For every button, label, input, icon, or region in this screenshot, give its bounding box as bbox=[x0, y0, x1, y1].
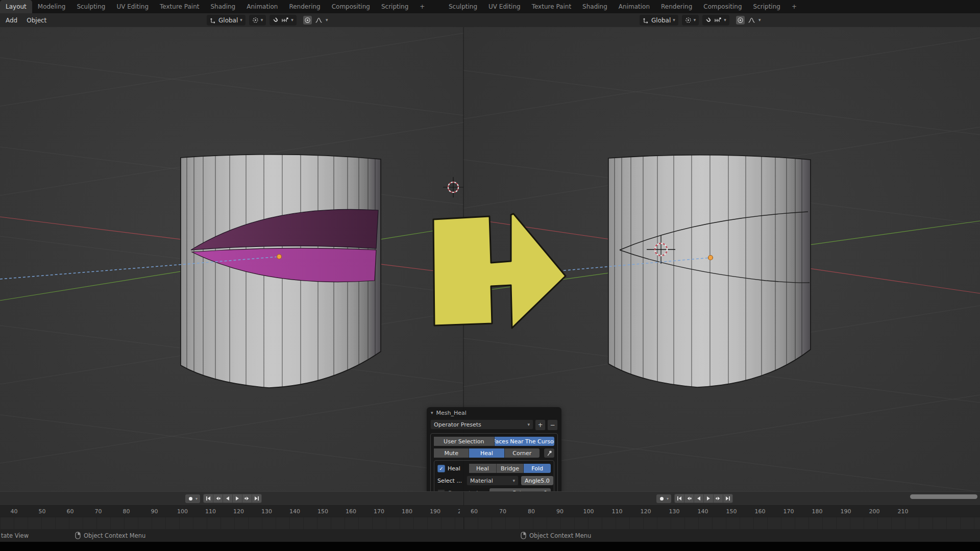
heal-method-option[interactable]: Bridge bbox=[497, 464, 524, 473]
workspace-tab[interactable]: Rendering bbox=[655, 0, 698, 13]
timeline-right[interactable]: ▾ bbox=[464, 492, 980, 530]
timeline-left[interactable]: ▾ bbox=[0, 492, 464, 530]
proportional-editing-controls[interactable]: ▾ bbox=[733, 15, 764, 26]
snap-increment-icon bbox=[714, 17, 722, 23]
frame-ruler[interactable]: 4050607080901001101201301401501601701801… bbox=[0, 506, 463, 517]
workspace-tab[interactable]: Shading bbox=[577, 0, 613, 13]
falloff-curve-icon[interactable] bbox=[747, 16, 756, 24]
remove-preset-button[interactable]: − bbox=[547, 419, 558, 431]
operator-presets-dropdown[interactable]: Operator Presets ▾ bbox=[430, 419, 533, 430]
selection-mode-option[interactable]: Faces Near The Cursor bbox=[495, 437, 555, 446]
chevron-down-icon: ▾ bbox=[326, 18, 328, 22]
frame-label: 180 bbox=[393, 508, 421, 515]
pushpin-icon bbox=[546, 450, 553, 457]
workspace-tab[interactable]: Texture Paint bbox=[154, 0, 205, 13]
proportional-editing-icon[interactable] bbox=[736, 16, 745, 24]
timeline-track[interactable] bbox=[0, 517, 463, 530]
cylinder-cut[interactable] bbox=[181, 149, 381, 389]
workspace-tab[interactable]: + bbox=[786, 0, 802, 13]
frame-label: 50 bbox=[28, 508, 56, 515]
workspace-tab[interactable]: UV Editing bbox=[111, 0, 154, 13]
magnet-icon bbox=[273, 17, 279, 23]
play-button[interactable] bbox=[233, 494, 242, 503]
mode-option[interactable]: Corner bbox=[505, 448, 540, 458]
mode-option[interactable]: Mute bbox=[434, 448, 469, 458]
proportional-editing-icon[interactable] bbox=[303, 16, 312, 24]
frame-label: 110 bbox=[197, 508, 225, 515]
workspace-tab[interactable]: Sculpting bbox=[71, 0, 111, 13]
jump-to-start-button[interactable] bbox=[204, 494, 213, 503]
viewport-tools-left: Global ▾ ▾ bbox=[207, 15, 331, 26]
orientation-axes-icon bbox=[643, 17, 649, 23]
jump-to-end-button[interactable] bbox=[723, 494, 732, 503]
heal-method-option[interactable]: Fold bbox=[524, 464, 551, 473]
timeline-track[interactable] bbox=[464, 517, 980, 530]
frame-ruler[interactable]: 6070809010011012013014015016017018019020… bbox=[460, 506, 980, 517]
heal-checkbox-label: Heal bbox=[448, 465, 460, 472]
jump-to-end-button[interactable] bbox=[252, 494, 261, 503]
workspace-tab[interactable]: Layout bbox=[0, 0, 32, 13]
pivot-point-dropdown[interactable]: ▾ bbox=[249, 15, 266, 26]
pivot-point-dropdown[interactable]: ▾ bbox=[682, 15, 699, 26]
frame-label: 120 bbox=[225, 508, 253, 515]
workspace-tab[interactable]: Animation bbox=[613, 0, 655, 13]
heal-checkbox[interactable]: ✓ bbox=[437, 465, 445, 472]
next-keyframe-button[interactable] bbox=[714, 494, 723, 503]
playback-controls: ▾ bbox=[185, 494, 262, 503]
timeline-scrollbar[interactable] bbox=[910, 494, 977, 499]
chevron-down-icon: ▾ bbox=[261, 18, 263, 22]
workspace-tab[interactable]: Rendering bbox=[283, 0, 326, 13]
auto-keyframe-button[interactable]: ▾ bbox=[656, 494, 671, 503]
collapse-chevron-icon[interactable]: ▾ bbox=[431, 410, 433, 415]
previous-keyframe-button[interactable] bbox=[213, 494, 223, 503]
previous-keyframe-button[interactable] bbox=[684, 494, 694, 503]
mode-option[interactable]: Heal bbox=[469, 448, 504, 458]
menu-item[interactable]: Object bbox=[22, 17, 51, 24]
cylinder-healed[interactable] bbox=[608, 149, 811, 389]
heal-method-option[interactable]: Heal bbox=[469, 464, 497, 473]
workspace-tab[interactable]: Modeling bbox=[32, 0, 71, 13]
orientation-value: Global bbox=[651, 17, 671, 24]
snap-controls[interactable]: ▾ bbox=[702, 15, 729, 26]
transform-orientation-dropdown[interactable]: Global ▾ bbox=[207, 15, 246, 26]
workspace-tab[interactable]: Sculpting bbox=[443, 0, 483, 13]
chevron-down-icon: ▾ bbox=[694, 18, 696, 22]
chevron-down-icon: ▾ bbox=[240, 18, 242, 22]
play-reverse-button[interactable] bbox=[223, 494, 232, 503]
workspace-tab[interactable]: Scripting bbox=[748, 0, 786, 13]
angle-field[interactable]: Angle 5.0 bbox=[521, 476, 553, 485]
workspace-tabs-left: LayoutModelingSculptingUV EditingTexture… bbox=[0, 0, 430, 13]
workspace-tab[interactable]: Shading bbox=[205, 0, 241, 13]
frame-label: 130 bbox=[660, 508, 689, 515]
selection-mode-option[interactable]: User Selection bbox=[434, 437, 495, 446]
proportional-editing-controls[interactable]: ▾ bbox=[300, 15, 331, 26]
workspace-tab[interactable]: Compositing bbox=[326, 0, 376, 13]
snap-controls[interactable]: ▾ bbox=[270, 15, 297, 26]
play-button[interactable] bbox=[704, 494, 713, 503]
workspace-tab[interactable]: Texture Paint bbox=[526, 0, 577, 13]
topbar: LayoutModelingSculptingUV EditingTexture… bbox=[0, 0, 980, 13]
workspace-tab[interactable]: Scripting bbox=[376, 0, 414, 13]
workspace-tab[interactable]: Animation bbox=[241, 0, 283, 13]
menu-item[interactable]: Add bbox=[1, 17, 22, 24]
auto-keyframe-button[interactable]: ▾ bbox=[185, 494, 200, 503]
workspace-tab[interactable]: + bbox=[414, 0, 430, 13]
chevron-down-icon: ▾ bbox=[291, 18, 293, 22]
operator-panel-header[interactable]: ▾ Mesh_Heal bbox=[427, 407, 561, 418]
workspace-tab[interactable]: UV Editing bbox=[483, 0, 526, 13]
add-preset-button[interactable]: + bbox=[535, 419, 546, 431]
workspace-tab[interactable]: Compositing bbox=[698, 0, 747, 13]
transform-orientation-dropdown[interactable]: Global ▾ bbox=[640, 15, 678, 26]
frame-label: 90 bbox=[140, 508, 168, 515]
jump-to-start-button[interactable] bbox=[675, 494, 684, 503]
frame-label: 130 bbox=[253, 508, 281, 515]
frame-label: 110 bbox=[603, 508, 631, 515]
falloff-curve-icon[interactable] bbox=[314, 16, 324, 24]
blender-screen: LayoutModelingSculptingUV EditingTexture… bbox=[0, 0, 980, 551]
select-material-dropdown[interactable]: Material ▾ bbox=[467, 475, 519, 486]
pin-button[interactable] bbox=[544, 448, 554, 458]
next-keyframe-button[interactable] bbox=[242, 494, 252, 503]
selection-mode-toggle: User SelectionFaces Near The Cursor bbox=[434, 437, 554, 446]
play-reverse-button[interactable] bbox=[694, 494, 703, 503]
3d-viewport[interactable]: ▾ Mesh_Heal Operator Presets ▾ + − User … bbox=[0, 27, 980, 491]
